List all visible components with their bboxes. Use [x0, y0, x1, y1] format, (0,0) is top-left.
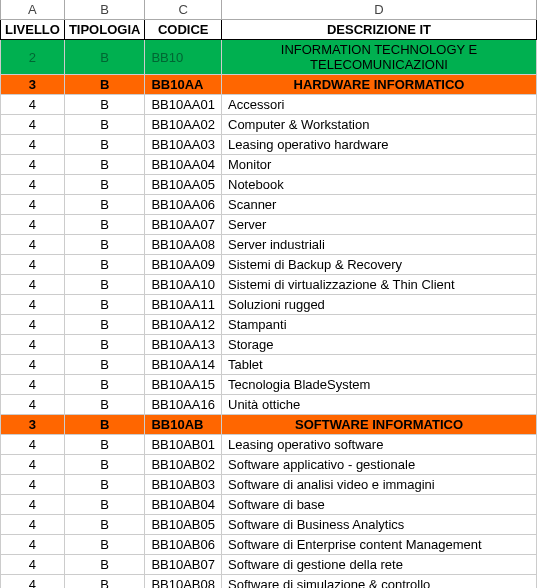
- cell-codice[interactable]: BB10AB03: [145, 475, 222, 495]
- cell-livello[interactable]: 4: [1, 115, 65, 135]
- cell-codice[interactable]: BB10AB08: [145, 575, 222, 589]
- cell-tipologia[interactable]: B: [64, 255, 145, 275]
- cell-tipologia[interactable]: B: [64, 355, 145, 375]
- cell-livello[interactable]: 4: [1, 95, 65, 115]
- cell-livello[interactable]: 4: [1, 135, 65, 155]
- cell-livello[interactable]: 4: [1, 535, 65, 555]
- cell-descrizione[interactable]: Tecnologia BladeSystem: [222, 375, 537, 395]
- cell-descrizione[interactable]: Software di Enterprise content Managemen…: [222, 535, 537, 555]
- cell-livello[interactable]: 4: [1, 575, 65, 589]
- cell-tipologia[interactable]: B: [64, 115, 145, 135]
- cell-codice[interactable]: BB10AA04: [145, 155, 222, 175]
- cell-descrizione[interactable]: SOFTWARE INFORMATICO: [222, 415, 537, 435]
- cell-descrizione[interactable]: INFORMATION TECHNOLOGY E TELECOMUNICAZIO…: [222, 40, 537, 75]
- cell-descrizione[interactable]: Software di analisi video e immagini: [222, 475, 537, 495]
- cell-livello[interactable]: 4: [1, 175, 65, 195]
- cell-codice[interactable]: BB10AB06: [145, 535, 222, 555]
- cell-codice[interactable]: BB10AA02: [145, 115, 222, 135]
- cell-livello[interactable]: 3: [1, 415, 65, 435]
- cell-descrizione[interactable]: Software applicativo - gestionale: [222, 455, 537, 475]
- cell-tipologia[interactable]: B: [64, 195, 145, 215]
- cell-tipologia[interactable]: B: [64, 235, 145, 255]
- cell-tipologia[interactable]: B: [64, 515, 145, 535]
- col-letter-c[interactable]: C: [145, 0, 222, 20]
- cell-codice[interactable]: BB10AB02: [145, 455, 222, 475]
- cell-livello[interactable]: 4: [1, 335, 65, 355]
- cell-descrizione[interactable]: Stampanti: [222, 315, 537, 335]
- cell-codice[interactable]: BB10AA05: [145, 175, 222, 195]
- cell-livello[interactable]: 4: [1, 495, 65, 515]
- cell-livello[interactable]: 4: [1, 355, 65, 375]
- cell-tipologia[interactable]: B: [64, 215, 145, 235]
- cell-livello[interactable]: 2: [1, 40, 65, 75]
- cell-tipologia[interactable]: B: [64, 75, 145, 95]
- cell-codice[interactable]: BB10AA10: [145, 275, 222, 295]
- cell-tipologia[interactable]: B: [64, 495, 145, 515]
- cell-descrizione[interactable]: Software di simulazione & controllo: [222, 575, 537, 589]
- cell-descrizione[interactable]: Leasing operativo hardware: [222, 135, 537, 155]
- cell-codice[interactable]: BB10AA07: [145, 215, 222, 235]
- cell-tipologia[interactable]: B: [64, 175, 145, 195]
- cell-descrizione[interactable]: Scanner: [222, 195, 537, 215]
- cell-descrizione[interactable]: Software di gestione della rete: [222, 555, 537, 575]
- cell-codice[interactable]: BB10AB01: [145, 435, 222, 455]
- cell-codice[interactable]: BB10AB: [145, 415, 222, 435]
- cell-codice[interactable]: BB10AA12: [145, 315, 222, 335]
- cell-descrizione[interactable]: HARDWARE INFORMATICO: [222, 75, 537, 95]
- cell-codice[interactable]: BB10AB07: [145, 555, 222, 575]
- cell-tipologia[interactable]: B: [64, 315, 145, 335]
- cell-livello[interactable]: 4: [1, 235, 65, 255]
- cell-codice[interactable]: BB10AA14: [145, 355, 222, 375]
- cell-codice[interactable]: BB10AA15: [145, 375, 222, 395]
- cell-tipologia[interactable]: B: [64, 40, 145, 75]
- cell-livello[interactable]: 4: [1, 215, 65, 235]
- cell-livello[interactable]: 4: [1, 275, 65, 295]
- cell-livello[interactable]: 4: [1, 375, 65, 395]
- cell-livello[interactable]: 4: [1, 395, 65, 415]
- cell-livello[interactable]: 4: [1, 475, 65, 495]
- cell-descrizione[interactable]: Unità ottiche: [222, 395, 537, 415]
- cell-codice[interactable]: BB10AA: [145, 75, 222, 95]
- cell-codice[interactable]: BB10AB04: [145, 495, 222, 515]
- col-letter-d[interactable]: D: [222, 0, 537, 20]
- cell-codice[interactable]: BB10AA09: [145, 255, 222, 275]
- cell-livello[interactable]: 4: [1, 515, 65, 535]
- cell-descrizione[interactable]: Server: [222, 215, 537, 235]
- cell-codice[interactable]: BB10AA16: [145, 395, 222, 415]
- cell-tipologia[interactable]: B: [64, 275, 145, 295]
- cell-livello[interactable]: 4: [1, 155, 65, 175]
- cell-codice[interactable]: BB10AA03: [145, 135, 222, 155]
- cell-tipologia[interactable]: B: [64, 375, 145, 395]
- col-letter-a[interactable]: A: [1, 0, 65, 20]
- cell-codice[interactable]: BB10: [145, 40, 222, 75]
- cell-tipologia[interactable]: B: [64, 95, 145, 115]
- cell-livello[interactable]: 4: [1, 295, 65, 315]
- cell-descrizione[interactable]: Accessori: [222, 95, 537, 115]
- cell-codice[interactable]: BB10AB05: [145, 515, 222, 535]
- cell-codice[interactable]: BB10AA06: [145, 195, 222, 215]
- cell-livello[interactable]: 4: [1, 255, 65, 275]
- header-livello[interactable]: LIVELLO: [1, 20, 65, 40]
- cell-livello[interactable]: 4: [1, 195, 65, 215]
- col-letter-b[interactable]: B: [64, 0, 145, 20]
- cell-tipologia[interactable]: B: [64, 335, 145, 355]
- cell-tipologia[interactable]: B: [64, 475, 145, 495]
- cell-tipologia[interactable]: B: [64, 395, 145, 415]
- cell-descrizione[interactable]: Leasing operativo software: [222, 435, 537, 455]
- cell-descrizione[interactable]: Software di Business Analytics: [222, 515, 537, 535]
- cell-livello[interactable]: 4: [1, 455, 65, 475]
- cell-descrizione[interactable]: Server industriali: [222, 235, 537, 255]
- cell-livello[interactable]: 4: [1, 435, 65, 455]
- cell-tipologia[interactable]: B: [64, 155, 145, 175]
- cell-tipologia[interactable]: B: [64, 535, 145, 555]
- cell-codice[interactable]: BB10AA13: [145, 335, 222, 355]
- cell-descrizione[interactable]: Monitor: [222, 155, 537, 175]
- header-descrizione[interactable]: DESCRIZIONE IT: [222, 20, 537, 40]
- cell-descrizione[interactable]: Computer & Workstation: [222, 115, 537, 135]
- cell-tipologia[interactable]: B: [64, 135, 145, 155]
- cell-codice[interactable]: BB10AA11: [145, 295, 222, 315]
- cell-livello[interactable]: 3: [1, 75, 65, 95]
- cell-codice[interactable]: BB10AA01: [145, 95, 222, 115]
- cell-livello[interactable]: 4: [1, 315, 65, 335]
- header-tipologia[interactable]: TIPOLOGIA: [64, 20, 145, 40]
